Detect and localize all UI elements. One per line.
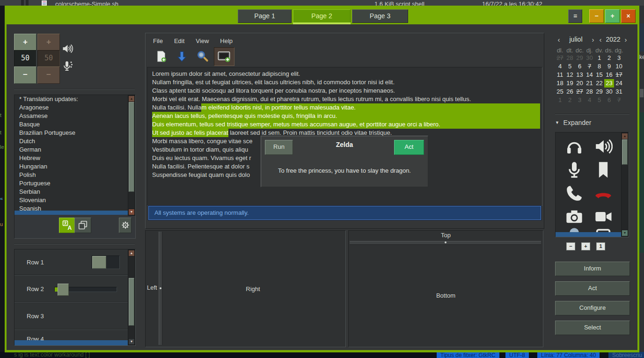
iconview-scrollbar[interactable]: ▲ ▼ [621, 132, 629, 237]
zoom-out-button[interactable]: − [566, 242, 575, 250]
calendar-day[interactable]: 9 [604, 62, 614, 71]
scroll-down-icon[interactable]: ▼ [128, 338, 135, 345]
phone-icon[interactable] [565, 184, 584, 203]
calendar-day[interactable]: 3 [614, 54, 624, 62]
inform-button[interactable]: Inform [555, 262, 630, 276]
translation-item[interactable]: Hebrew [15, 154, 134, 162]
window-menu-button[interactable]: ≡ [568, 9, 582, 23]
list-row-1[interactable]: Row 1 [15, 249, 128, 275]
calendar-day[interactable]: 14 [585, 71, 594, 79]
scroll-up-icon[interactable]: ▲ [128, 95, 135, 102]
close-button[interactable]: × [621, 9, 636, 23]
scroll-down-icon[interactable]: ▼ [622, 230, 628, 236]
translation-item[interactable]: Serbian [15, 188, 134, 196]
phone-hangup-icon[interactable] [594, 184, 613, 203]
list-row-2[interactable]: Row 2 [15, 276, 128, 302]
menu-view[interactable]: View [196, 36, 209, 46]
translation-item[interactable]: Brazilian Portuguese [15, 129, 134, 137]
expander[interactable]: ▼ Expander [555, 119, 591, 126]
switch-knob[interactable] [92, 256, 106, 269]
calendar-day[interactable]: 15 [594, 71, 604, 79]
calendar-day[interactable]: 12 [565, 71, 575, 79]
calendar-day[interactable]: 26 [565, 88, 575, 96]
calendar-day[interactable]: 4 [555, 62, 565, 71]
spin-up-button[interactable]: + [14, 34, 37, 51]
save-icon[interactable] [176, 50, 188, 63]
calendar-day[interactable]: 18 [555, 79, 565, 88]
calendar-day[interactable]: 19 [565, 79, 575, 88]
select-button[interactable]: Select [555, 321, 630, 335]
calendar-day[interactable]: 4 [585, 96, 594, 104]
calendar-day[interactable]: 11 [555, 71, 565, 79]
calendar-day[interactable]: 28 [585, 88, 594, 96]
gear-button[interactable] [119, 218, 132, 233]
translations-list[interactable]: * Translation updates: Aragonese Assames… [15, 95, 134, 215]
translate-button[interactable]: A [59, 218, 75, 233]
calendar-prev-month-icon[interactable]: ‹ [555, 36, 563, 44]
zoom-in-button[interactable]: + [581, 242, 590, 250]
calendar-day[interactable]: 28 [565, 54, 575, 62]
calendar-day[interactable]: 17 [614, 71, 624, 79]
translation-item[interactable]: Aragonese [15, 103, 134, 112]
switch-off[interactable] [92, 256, 120, 269]
translation-item[interactable]: Assamese [15, 112, 134, 120]
new-document-icon[interactable] [155, 50, 168, 63]
menu-help[interactable]: Help [220, 36, 233, 46]
calendar-day[interactable]: 2 [565, 96, 575, 104]
calendar-day[interactable]: 8 [594, 62, 604, 71]
selected-row-partial[interactable] [15, 340, 128, 345]
calendar-day[interactable]: 6 [604, 96, 614, 104]
scrollbar-thumb[interactable] [129, 102, 134, 192]
scrollbar-thumb[interactable] [129, 278, 134, 326]
calendar-day[interactable]: 30 [604, 88, 614, 96]
search-icon[interactable] [196, 50, 209, 63]
copy-button[interactable] [74, 218, 91, 233]
tab-page-1[interactable]: Page 1 [238, 9, 292, 23]
speaker-icon[interactable] [594, 137, 613, 156]
calendar-day[interactable]: 16 [604, 71, 614, 79]
translations-scrollbar[interactable]: ▲ ▼ [128, 95, 135, 216]
zoom-normal-button[interactable]: 1 [596, 242, 605, 250]
list-row-3[interactable]: Row 3 [15, 302, 128, 329]
translation-item[interactable]: Basque [15, 120, 134, 129]
headphones-icon[interactable] [565, 137, 584, 156]
rows-scrollbar[interactable]: ▲ ▼ [128, 249, 135, 345]
translation-item[interactable]: Polish [15, 171, 134, 179]
calendar-day[interactable]: 7 [585, 62, 594, 71]
calendar-day[interactable]: 13 [575, 71, 585, 79]
maximize-button[interactable]: + [605, 9, 620, 23]
spin-value[interactable]: 50 [14, 50, 37, 67]
microphone-icon[interactable] [565, 161, 584, 179]
calendar-day[interactable]: 27 [575, 88, 585, 96]
calendar-day[interactable]: 25 [555, 88, 565, 96]
translation-item[interactable]: Dutch [15, 137, 134, 146]
calendar-day[interactable]: 5 [565, 62, 575, 71]
calendar-day[interactable]: 6 [575, 62, 585, 71]
translation-item[interactable]: Hungarian [15, 162, 134, 171]
scroll-up-icon[interactable]: ▲ [128, 250, 135, 256]
calendar-day[interactable]: 2 [604, 54, 614, 62]
video-camera-icon[interactable] [594, 207, 613, 226]
calendar-prev-year-icon[interactable]: ‹ [597, 36, 604, 44]
calendar-day[interactable]: 7 [614, 96, 624, 104]
selected-row-partial[interactable] [556, 232, 622, 237]
tab-page-3[interactable]: Page 3 [352, 9, 408, 23]
selected-row-partial[interactable] [15, 211, 134, 215]
menu-file[interactable]: File [153, 36, 163, 46]
calendar-next-month-icon[interactable]: › [589, 36, 597, 44]
scroll-down-icon[interactable]: ▼ [128, 209, 135, 215]
slider-knob[interactable] [58, 284, 69, 296]
calendar-day-selected[interactable]: 23 [604, 79, 614, 88]
calendar-day[interactable]: 24 [614, 79, 624, 88]
calendar-day[interactable]: 31 [614, 88, 624, 96]
bookmark-icon[interactable] [594, 161, 613, 179]
camera-icon[interactable] [565, 207, 584, 226]
calendar-day[interactable]: 29 [575, 54, 585, 62]
translation-item[interactable]: German [15, 146, 134, 154]
calendar-day[interactable]: 29 [594, 88, 604, 96]
calendar-day[interactable]: 10 [614, 62, 624, 71]
calendar-day[interactable]: 1 [594, 54, 604, 62]
scrollbar-thumb[interactable] [622, 139, 628, 165]
minimize-button[interactable]: − [589, 9, 604, 23]
configure-button[interactable]: Configure [555, 301, 630, 315]
